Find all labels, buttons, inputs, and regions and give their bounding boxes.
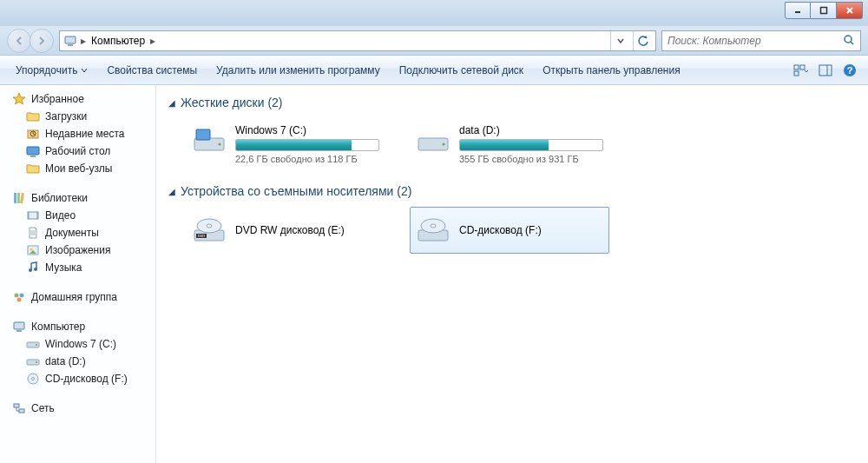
- svg-rect-9: [800, 65, 805, 69]
- collapse-icon: ◢: [168, 98, 175, 108]
- sidebar-item-drive-c[interactable]: Windows 7 (C:): [0, 335, 155, 353]
- chevron-down-icon: [616, 36, 625, 45]
- music-icon: [26, 261, 40, 274]
- sidebar-header-homegroup[interactable]: Домашняя группа: [0, 288, 155, 306]
- search-bar[interactable]: [661, 30, 861, 51]
- label: CD-дисковод (F:): [45, 373, 128, 385]
- label: Видео: [45, 209, 76, 222]
- section-header-hdd[interactable]: ◢ Жесткие диски (2): [168, 96, 856, 109]
- view-icon: [793, 64, 809, 76]
- label: Сеть: [31, 402, 55, 414]
- sidebar: Избранное Загрузки Недавние места Рабочи…: [0, 85, 156, 463]
- label: Музыка: [45, 261, 82, 274]
- label: Мои веб-узлы: [45, 162, 112, 175]
- svg-text:DVD: DVD: [198, 234, 206, 238]
- drive-name: CD-дисковод (F:): [459, 224, 603, 236]
- preview-pane-button[interactable]: [814, 60, 837, 81]
- view-options-button[interactable]: [790, 60, 812, 81]
- sidebar-item-drive-d[interactable]: data (D:): [0, 353, 155, 370]
- breadcrumb-chevron-icon[interactable]: ▸: [81, 35, 86, 47]
- sidebar-item-websites[interactable]: Мои веб-узлы: [0, 160, 155, 177]
- svg-rect-33: [14, 322, 24, 329]
- sidebar-item-cd-drive-f[interactable]: CD-дисковод (F:): [0, 370, 155, 387]
- address-bar[interactable]: ▸ Компьютер ▸: [59, 30, 656, 51]
- cd-drive-f[interactable]: CD-дисковод (F:): [410, 207, 609, 254]
- cd-drive-icon: [416, 213, 450, 248]
- svg-point-38: [36, 361, 37, 363]
- label: Рабочий стол: [45, 145, 110, 157]
- removable-drives-row: DVD DVD RW дисковод (E:) CD-дисковод (F:…: [186, 207, 856, 254]
- nav-arrows: [7, 29, 54, 53]
- help-button[interactable]: ?: [838, 60, 861, 81]
- minimize-icon: [793, 6, 802, 15]
- label: Документы: [45, 227, 99, 239]
- open-control-panel-button[interactable]: Открыть панель управления: [534, 61, 689, 80]
- minimize-button[interactable]: [785, 2, 811, 19]
- libraries-icon: [12, 191, 26, 205]
- svg-point-40: [32, 378, 35, 380]
- forward-button[interactable]: [30, 29, 54, 53]
- sidebar-item-downloads[interactable]: Загрузки: [0, 108, 155, 125]
- sidebar-item-videos[interactable]: Видео: [0, 207, 155, 224]
- sidebar-item-desktop[interactable]: Рабочий стол: [0, 142, 155, 160]
- sidebar-header-libraries[interactable]: Библиотеки: [0, 189, 155, 207]
- svg-point-55: [431, 224, 436, 228]
- disc-icon: [26, 372, 40, 386]
- svg-point-47: [443, 143, 445, 146]
- sidebar-item-documents[interactable]: Документы: [0, 224, 155, 241]
- window-controls: [785, 2, 863, 19]
- sidebar-item-music[interactable]: Музыка: [0, 259, 155, 276]
- maximize-icon: [819, 6, 828, 15]
- section-header-removable[interactable]: ◢ Устройства со съемными носителями (2): [168, 184, 856, 198]
- system-properties-button[interactable]: Свойства системы: [98, 61, 206, 80]
- drive-name: DVD RW дисковод (E:): [235, 224, 379, 236]
- svg-point-28: [29, 268, 32, 272]
- folder-icon: [26, 109, 40, 123]
- sidebar-header-network[interactable]: Сеть: [0, 400, 155, 417]
- close-button[interactable]: [837, 2, 863, 19]
- star-icon: [12, 92, 26, 106]
- drive-d[interactable]: data (D:) 355 ГБ свободно из 931 ГБ: [410, 118, 609, 170]
- breadcrumb-computer[interactable]: Компьютер: [89, 35, 147, 47]
- svg-text:?: ?: [847, 65, 853, 76]
- address-dropdown-button[interactable]: [610, 31, 629, 50]
- sidebar-group-homegroup: Домашняя группа: [0, 288, 155, 306]
- drive-c[interactable]: Windows 7 (C:) 22,6 ГБ свободно из 118 Г…: [186, 118, 385, 170]
- section-title: Жесткие диски (2): [181, 96, 283, 109]
- refresh-icon: [637, 35, 649, 47]
- organize-label: Упорядочить: [16, 64, 77, 76]
- label: Открыть панель управления: [542, 64, 681, 76]
- sidebar-header-computer[interactable]: Компьютер: [3, 318, 152, 335]
- sidebar-group-favorites: Избранное Загрузки Недавние места Рабочи…: [0, 90, 155, 177]
- toolbar: Упорядочить Свойства системы Удалить или…: [0, 56, 868, 85]
- main-panel: ◢ Жесткие диски (2) Windows 7 (C:) 22,6 …: [156, 85, 868, 463]
- dvd-drive-e[interactable]: DVD DVD RW дисковод (E:): [186, 207, 385, 254]
- svg-point-6: [845, 36, 852, 43]
- label: Компьютер: [31, 321, 85, 333]
- maximize-button[interactable]: [811, 2, 837, 19]
- svg-rect-11: [819, 65, 832, 76]
- label: Свойства системы: [107, 64, 197, 76]
- breadcrumb-chevron-icon[interactable]: ▸: [150, 35, 155, 47]
- capacity-bar: [459, 139, 603, 151]
- collapse-icon: ◢: [168, 187, 175, 196]
- svg-rect-21: [20, 193, 24, 203]
- svg-rect-18: [30, 155, 36, 157]
- navigation-bar: ▸ Компьютер ▸: [0, 26, 868, 56]
- titlebar: [0, 0, 868, 26]
- pictures-icon: [26, 243, 40, 257]
- back-button[interactable]: [7, 29, 31, 53]
- sidebar-item-pictures[interactable]: Изображения: [0, 241, 155, 259]
- search-input[interactable]: [666, 34, 843, 48]
- sidebar-item-recent[interactable]: Недавние места: [0, 125, 155, 142]
- label: Недавние места: [45, 128, 124, 140]
- recent-icon: [26, 127, 40, 141]
- organize-button[interactable]: Упорядочить: [7, 61, 96, 80]
- uninstall-program-button[interactable]: Удалить или изменить программу: [207, 61, 389, 80]
- svg-rect-42: [19, 409, 24, 413]
- sidebar-header-favorites[interactable]: Избранное: [0, 90, 155, 108]
- refresh-button[interactable]: [633, 31, 652, 50]
- sidebar-group-network: Сеть: [0, 400, 155, 417]
- map-network-drive-button[interactable]: Подключить сетевой диск: [391, 61, 532, 80]
- label: Удалить или изменить программу: [216, 64, 380, 76]
